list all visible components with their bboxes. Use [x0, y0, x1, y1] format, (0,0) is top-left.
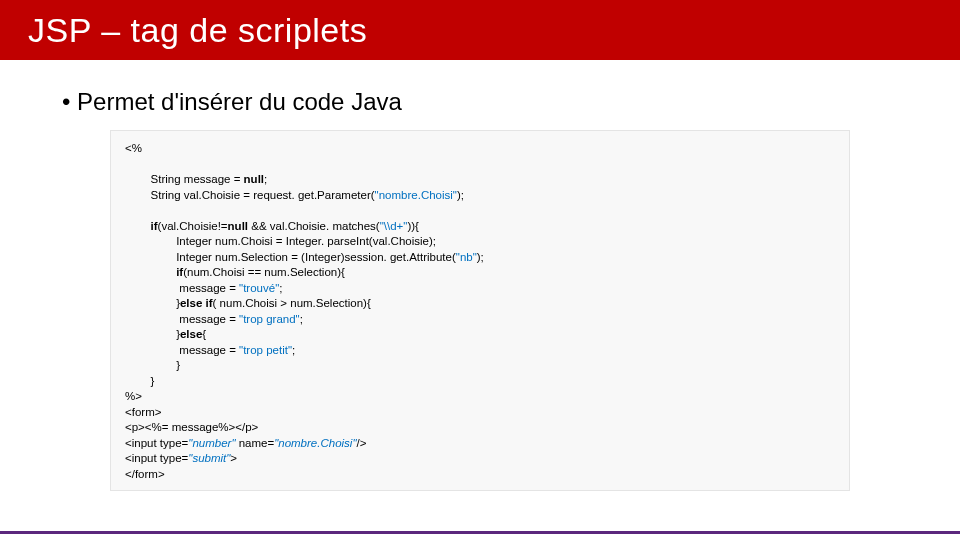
string-literal: "trouvé"	[239, 282, 279, 294]
string-literal: "\\d+"	[380, 220, 408, 232]
code-text: <input type=	[125, 437, 188, 449]
code-text: String val.Choisie = request. get.Parame…	[151, 189, 375, 201]
code-line: if(num.Choisi == num.Selection){	[125, 265, 835, 281]
code-text: message =	[176, 313, 239, 325]
code-line: message = "trop petit";	[125, 343, 835, 359]
slide-title: JSP – tag de scriplets	[28, 11, 367, 50]
footer-accent	[0, 531, 960, 534]
string-literal: "nb"	[456, 251, 477, 263]
keyword: else if	[180, 297, 213, 309]
code-text: ;	[279, 282, 282, 294]
code-line: }	[125, 374, 835, 390]
code-text: ;	[292, 344, 295, 356]
code-line: Integer num.Selection = (Integer)session…	[125, 250, 835, 266]
string-literal: "trop grand"	[239, 313, 300, 325]
code-line: <form>	[125, 405, 835, 421]
string-literal: "number"	[188, 437, 238, 449]
code-text: ( num.Choisi > num.Selection){	[213, 297, 371, 309]
code-line: if(val.Choisie!=null && val.Choisie. mat…	[125, 219, 835, 235]
string-literal: "nombre.Choisi"	[375, 189, 457, 201]
code-line: String message = null;	[125, 172, 835, 188]
code-line: </form>	[125, 467, 835, 483]
code-text: message =	[176, 344, 239, 356]
code-text: ;	[264, 173, 267, 185]
code-line: message = "trop grand";	[125, 312, 835, 328]
code-line: %>	[125, 389, 835, 405]
code-text: );	[477, 251, 484, 263]
code-text: }	[173, 359, 180, 371]
code-text: message =	[176, 282, 239, 294]
code-line	[125, 157, 835, 173]
code-text: {	[202, 328, 206, 340]
code-text: )){	[407, 220, 419, 232]
code-text: (num.Choisi == num.Selection){	[183, 266, 345, 278]
string-literal: "trop petit"	[239, 344, 292, 356]
code-text: String message =	[151, 173, 244, 185]
code-line: <%	[125, 141, 835, 157]
keyword: else	[180, 328, 202, 340]
code-line	[125, 203, 835, 219]
code-line: message = "trouvé";	[125, 281, 835, 297]
code-line: <input type="number" name="nombre.Choisi…	[125, 436, 835, 452]
code-text: }	[151, 375, 155, 387]
bullet-text: Permet d'insérer du code Java	[62, 88, 960, 116]
code-line: <p><%= message%></p>	[125, 420, 835, 436]
code-text: (val.Choisie!=	[158, 220, 228, 232]
code-line: String val.Choisie = request. get.Parame…	[125, 188, 835, 204]
keyword: null	[228, 220, 252, 232]
code-text: && val.Choisie. matches(	[251, 220, 379, 232]
code-block: <% String message = null; String val.Cho…	[110, 130, 850, 491]
code-text: >	[230, 452, 237, 464]
code-text: />	[356, 437, 366, 449]
code-text: <input type=	[125, 452, 188, 464]
code-text: ;	[300, 313, 303, 325]
code-text: name=	[239, 437, 274, 449]
code-text: Integer num.Choisi = Integer. parseInt(v…	[176, 235, 436, 247]
code-line: <input type="submit">	[125, 451, 835, 467]
string-literal: "nombre.Choisi"	[274, 437, 356, 449]
string-literal: "submit"	[188, 452, 230, 464]
slide-body: Permet d'insérer du code Java <% String …	[0, 60, 960, 491]
code-line: }else if( num.Choisi > num.Selection){	[125, 296, 835, 312]
code-line: }	[125, 358, 835, 374]
keyword: null	[244, 173, 264, 185]
code-text: Integer num.Selection = (Integer)session…	[176, 251, 456, 263]
code-text: );	[457, 189, 464, 201]
code-line: }else{	[125, 327, 835, 343]
keyword: if	[151, 220, 158, 232]
slide: JSP – tag de scriplets Permet d'insérer …	[0, 0, 960, 540]
code-line: Integer num.Choisi = Integer. parseInt(v…	[125, 234, 835, 250]
title-bar: JSP – tag de scriplets	[0, 0, 960, 60]
